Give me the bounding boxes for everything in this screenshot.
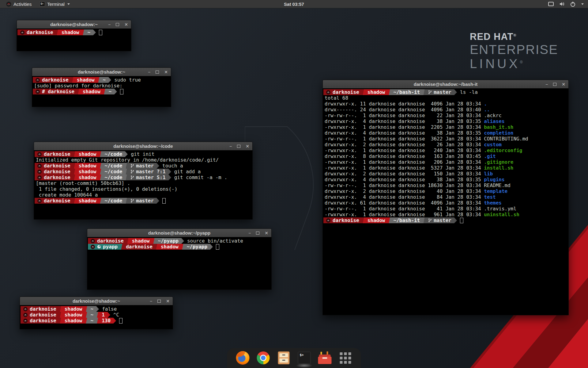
- minimize-button[interactable]: −: [148, 70, 150, 74]
- prompt-segment-text: ~/code: [105, 174, 123, 180]
- prompt-segment-path: ~/bash-it: [391, 217, 423, 223]
- redhat-icon: [91, 239, 95, 243]
- ls-row-meta: -rwxrwxr-x. 1 darknoise darknoise 961 Ja…: [325, 212, 484, 217]
- maximize-button[interactable]: [157, 300, 161, 303]
- dock-item-app-grid[interactable]: [338, 351, 352, 365]
- terminal-content[interactable]: darknoiseshadow~sudo true[sudo] password…: [32, 76, 171, 107]
- terminal-window-home-small[interactable]: darknoise@shadow:~−✕darknoiseshadow~: [17, 20, 131, 51]
- terminal-line: drwxrwxr-x. 4 darknoise darknoise 38 Jan…: [323, 130, 568, 136]
- ls-row-meta: drwxrwxr-x. 61 darknoise darknoise 4096 …: [325, 200, 484, 206]
- ls-row-filename: uninstall.sh: [484, 212, 519, 217]
- close-button[interactable]: ✕: [246, 144, 249, 148]
- prompt-segment-text: ~: [109, 89, 112, 94]
- minimize-button[interactable]: −: [108, 22, 111, 27]
- prompt-segment-host: shadow: [129, 238, 153, 244]
- activities-button[interactable]: Activities: [3, 0, 35, 8]
- close-button[interactable]: ✕: [166, 299, 170, 303]
- power-icon[interactable]: [570, 1, 576, 7]
- window-titlebar[interactable]: darknoise@shadow:~−✕: [20, 297, 173, 305]
- close-button[interactable]: ✕: [265, 231, 268, 235]
- terminal-content[interactable]: darknoiseshadow~: [17, 29, 131, 51]
- prompt-arrow: [156, 163, 159, 169]
- prompt-segment-text: shadow: [65, 312, 82, 318]
- maximize-button[interactable]: [237, 145, 240, 148]
- terminal-window-pyapp[interactable]: darknoise@shadow:~/pyapp−✕darknoiseshado…: [87, 228, 272, 290]
- command-text: touch a: [162, 163, 183, 169]
- close-button[interactable]: ✕: [164, 70, 168, 74]
- prompt-segment-text: darknoise: [27, 29, 53, 35]
- chevron-down-icon: [67, 3, 70, 5]
- prompt-segment-text: ~/pyapp: [187, 244, 207, 250]
- window-titlebar[interactable]: darknoise@shadow:~−✕: [17, 20, 131, 29]
- prompt-segment-host: shadow: [59, 29, 82, 35]
- window-titlebar[interactable]: darknoise@shadow:~−✕: [32, 68, 171, 76]
- prompt-segment-text: ~/pyapp: [158, 238, 179, 244]
- close-button[interactable]: ✕: [124, 22, 128, 27]
- screen-icon[interactable]: [548, 1, 554, 7]
- output-text: create mode 100644 a: [36, 192, 98, 198]
- segment-separator: [85, 312, 88, 318]
- dock: $>: [227, 348, 361, 368]
- segment-separator: [73, 151, 76, 157]
- output-text: total 68: [325, 95, 348, 101]
- terminal-window-code[interactable]: darknoise@shadow:~/code−✕darknoiseshadow…: [34, 142, 253, 220]
- terminal-content[interactable]: darknoiseshadow~/codegit initInitialized…: [34, 150, 252, 219]
- ls-row-meta: -rwxrwxr-x. 1 darknoise darknoise 240 Ja…: [325, 148, 484, 153]
- terminal-window-home-sudo[interactable]: darknoise@shadow:~−✕darknoiseshadow~sudo…: [32, 67, 171, 107]
- prompt-segment-path: ~/pyapp: [184, 244, 210, 250]
- dock-item-terminal[interactable]: $>: [297, 351, 311, 365]
- close-button[interactable]: ✕: [562, 82, 565, 86]
- volume-icon[interactable]: [559, 1, 565, 7]
- dock-item-toolbox[interactable]: [318, 351, 332, 365]
- prompt-segment-text: darknoise: [44, 163, 70, 169]
- minimize-button[interactable]: −: [229, 144, 232, 148]
- terminal-cursor: [216, 244, 219, 250]
- segment-separator: [155, 244, 158, 250]
- terminal-line: -rw-rw-r--. 1 darknoise darknoise 22 Jan…: [323, 113, 568, 118]
- command-text: source bin/activate: [187, 238, 243, 244]
- minimize-button[interactable]: −: [248, 231, 251, 235]
- dock-item-files[interactable]: [277, 351, 291, 365]
- terminal-window-home-exit[interactable]: darknoise@shadow:~−✕darknoiseshadow~fals…: [20, 297, 173, 329]
- segment-separator: [77, 89, 80, 94]
- app-menu-terminal[interactable]: $> Terminal: [36, 0, 73, 8]
- terminal-line: darknoiseshadow~/codegit init: [35, 151, 252, 157]
- terminal-content[interactable]: darknoiseshadow~falsedarknoiseshadow~1^C…: [20, 305, 173, 329]
- window-title: darknoise@shadow:~: [73, 298, 120, 304]
- prompt-segment-path: ~/code: [102, 174, 125, 180]
- ls-row-meta: drwxrwxr-x. 2 darknoise darknoise 26 Jan…: [325, 142, 484, 148]
- clock[interactable]: Sat 03:57: [284, 0, 304, 8]
- window-titlebar[interactable]: darknoise@shadow:~/pyapp−✕: [87, 229, 271, 237]
- segment-separator: [85, 306, 88, 312]
- ls-row-filename: aliases: [484, 118, 504, 124]
- terminal-app-icon: $>: [40, 2, 45, 6]
- prompt-segment-text: master: [434, 217, 451, 223]
- window-titlebar[interactable]: darknoise@shadow:~/code−✕: [34, 142, 252, 151]
- window-titlebar[interactable]: darknoise@shadow:~/bash-it−✕: [323, 80, 568, 89]
- maximize-button[interactable]: [156, 71, 159, 74]
- ls-row-meta: -rw-rw-r--. 1 darknoise darknoise 41 Jan…: [325, 206, 484, 212]
- segment-separator: [73, 169, 76, 174]
- ls-row-filename: README.md: [484, 182, 511, 188]
- ls-row-filename: template: [484, 188, 507, 194]
- top-bar: Activities $> Terminal Sat 03:57: [0, 0, 588, 8]
- maximize-button[interactable]: [256, 232, 259, 235]
- terminal-window-bash-it[interactable]: darknoise@shadow:~/bash-it−✕darknoisesha…: [322, 80, 569, 315]
- dock-item-firefox[interactable]: [236, 351, 250, 365]
- files-icon: [278, 351, 290, 364]
- prompt-segment-user: darknoise: [21, 318, 59, 324]
- prompt-arrow: [454, 89, 457, 95]
- minimize-button[interactable]: −: [545, 82, 548, 86]
- terminal-cursor: [460, 218, 463, 223]
- prompt-segment-text: master ?:1: [136, 169, 165, 174]
- minimize-button[interactable]: −: [150, 299, 152, 303]
- segment-separator: [153, 238, 155, 244]
- terminal-content[interactable]: darknoiseshadow~/pyappsource bin/activat…: [87, 237, 271, 289]
- dock-item-chrome[interactable]: [256, 351, 270, 365]
- terminal-line: create mode 100644 a: [35, 192, 252, 198]
- maximize-button[interactable]: [116, 23, 119, 26]
- maximize-button[interactable]: [553, 83, 556, 86]
- terminal-content[interactable]: darknoiseshadow~/bash-itmasterls -latota…: [323, 88, 568, 315]
- command-text: ls -la: [460, 89, 478, 95]
- chevron-down-icon[interactable]: [581, 3, 584, 5]
